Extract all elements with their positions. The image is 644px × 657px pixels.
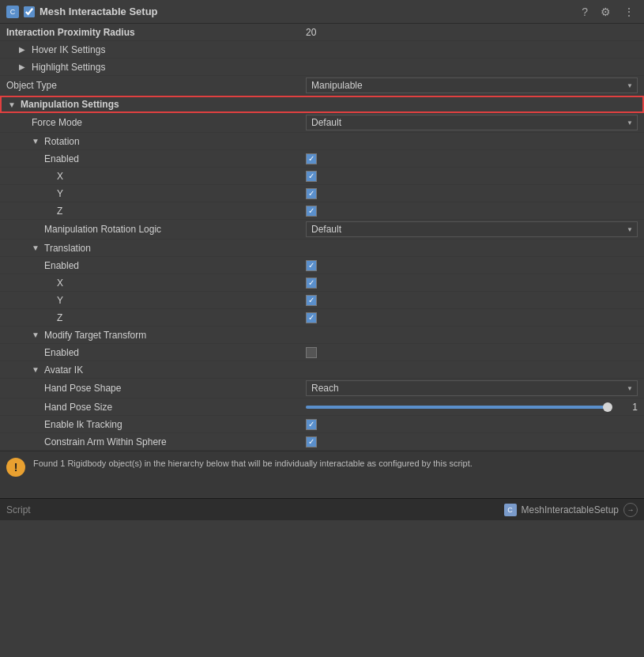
enable-ik-tracking-checkbox[interactable]: ✓ [306, 419, 317, 430]
component-icon: C [6, 6, 19, 18]
rotation-arrow: ▼ [32, 137, 41, 145]
proximity-radius-row: Interaction Proximity Radius 20 [0, 24, 644, 41]
manipulation-settings-row[interactable]: ▼ Manipulation Settings [0, 96, 644, 113]
hand-pose-size-slider-thumb[interactable] [603, 402, 612, 412]
modify-target-enabled-label: Enabled [44, 347, 79, 358]
translation-z-checkbox[interactable]: ✓ [306, 312, 317, 323]
hand-pose-shape-select[interactable]: Reach Grip None [306, 380, 638, 396]
translation-x-label: X [57, 278, 63, 289]
hand-pose-size-slider-container: 1 [306, 402, 638, 413]
highlight-label: Highlight Settings [32, 62, 105, 73]
hand-pose-shape-dropdown-container: Reach Grip None [306, 380, 638, 396]
script-reference: C MeshInteractableSetup → [504, 503, 638, 517]
highlight-arrow: ▶ [19, 62, 28, 71]
constrain-arm-label: Constrain Arm Within Sphere [44, 436, 167, 447]
component-enabled-checkbox[interactable] [24, 6, 35, 17]
hand-pose-size-slider-fill [306, 406, 608, 409]
hand-pose-shape-label: Hand Pose Shape [44, 383, 121, 394]
force-mode-row: Force Mode Default Custom [0, 113, 644, 133]
hover-ik-arrow: ▶ [19, 45, 28, 54]
modify-target-enabled-row: Enabled [0, 344, 644, 361]
translation-x-row: X ✓ [0, 274, 644, 292]
inspector-content: Interaction Proximity Radius 20 ▶ Hover … [0, 24, 644, 451]
component-title: Mesh Interactable Setup [40, 6, 574, 17]
translation-z-row: Z ✓ [0, 309, 644, 327]
translation-z-label: Z [57, 312, 62, 323]
rotation-enabled-label: Enabled [44, 153, 79, 164]
warning-footer: ! Found 1 Rigidbody object(s) in the hie… [0, 451, 644, 498]
hand-pose-size-slider-track [306, 406, 608, 409]
translation-y-label: Y [57, 295, 63, 306]
hover-ik-label: Hover IK Settings [32, 44, 105, 55]
force-mode-dropdown-container: Default Custom [306, 115, 638, 130]
manip-rotation-logic-dropdown-container: Default Custom [306, 221, 638, 237]
translation-x-checkbox[interactable]: ✓ [306, 278, 317, 289]
translation-enabled-row: Enabled ✓ [0, 257, 644, 274]
header-actions: ? ⚙ ⋮ [578, 4, 638, 20]
manip-rotation-logic-row: Manipulation Rotation Logic Default Cust… [0, 220, 644, 240]
avatar-ik-row[interactable]: ▼ Avatar IK [0, 361, 644, 379]
menu-button[interactable]: ⋮ [620, 4, 638, 20]
avatar-ik-arrow: ▼ [32, 365, 41, 374]
object-type-row: Object Type Manipulable Interactable Non… [0, 76, 644, 96]
translation-row[interactable]: ▼ Translation [0, 240, 644, 257]
modify-target-row[interactable]: ▼ Modify Target Transform [0, 327, 644, 344]
force-mode-label: Force Mode [32, 117, 82, 128]
rotation-row[interactable]: ▼ Rotation [0, 133, 644, 150]
highlight-settings-row[interactable]: ▶ Highlight Settings [0, 59, 644, 76]
rotation-x-checkbox[interactable]: ✓ [306, 171, 317, 182]
rotation-x-row: X ✓ [0, 168, 644, 185]
object-type-label: Object Type [6, 80, 57, 91]
translation-y-row: Y ✓ [0, 292, 644, 309]
component-header: C Mesh Interactable Setup ? ⚙ ⋮ [0, 0, 644, 24]
manip-rotation-logic-select[interactable]: Default Custom [306, 221, 638, 237]
object-type-select[interactable]: Manipulable Interactable None [306, 77, 638, 93]
force-mode-select[interactable]: Default Custom [306, 115, 638, 130]
rotation-y-label: Y [57, 188, 63, 199]
enable-ik-tracking-label: Enable Ik Tracking [44, 419, 122, 430]
proximity-label: Interaction Proximity Radius [6, 27, 135, 38]
constrain-arm-checkbox[interactable]: ✓ [306, 436, 317, 447]
modify-target-arrow: ▼ [32, 330, 41, 339]
rotation-label: Rotation [44, 136, 80, 147]
rotation-enabled-row: Enabled ✓ [0, 150, 644, 168]
rotation-y-row: Y ✓ [0, 185, 644, 202]
hand-pose-size-row: Hand Pose Size 1 [0, 398, 644, 416]
object-type-dropdown-container: Manipulable Interactable None [306, 77, 638, 93]
translation-enabled-label: Enabled [44, 260, 79, 271]
hand-pose-size-label: Hand Pose Size [44, 402, 112, 413]
hover-ik-row[interactable]: ▶ Hover IK Settings [0, 41, 644, 59]
rotation-enabled-checkbox[interactable]: ✓ [306, 153, 317, 164]
hand-pose-shape-row: Hand Pose Shape Reach Grip None [0, 379, 644, 398]
avatar-ik-label: Avatar IK [44, 364, 83, 376]
warning-icon: ! [6, 458, 25, 477]
proximity-value: 20 [306, 27, 316, 38]
translation-arrow: ▼ [32, 244, 41, 252]
rotation-z-row: Z ✓ [0, 202, 644, 220]
translation-enabled-checkbox[interactable]: ✓ [306, 260, 317, 271]
help-button[interactable]: ? [578, 4, 591, 20]
script-label: Script [6, 504, 31, 515]
translation-y-checkbox[interactable]: ✓ [306, 295, 317, 306]
modify-target-label: Modify Target Transform [44, 330, 146, 341]
hand-pose-size-value: 1 [614, 402, 638, 413]
rotation-x-label: X [57, 171, 63, 182]
script-nav-button[interactable]: → [623, 503, 638, 517]
script-file-icon: C [504, 504, 517, 516]
script-name: MeshInteractableSetup [522, 504, 619, 515]
rotation-z-label: Z [57, 206, 62, 217]
rotation-y-checkbox[interactable]: ✓ [306, 188, 317, 199]
warning-text: Found 1 Rigidbody object(s) in the hiera… [33, 458, 473, 470]
modify-target-enabled-checkbox[interactable] [306, 347, 317, 358]
manipulation-settings-label: Manipulation Settings [21, 99, 119, 110]
enable-ik-tracking-row: Enable Ik Tracking ✓ [0, 416, 644, 433]
bottom-bar: Script C MeshInteractableSetup → [0, 498, 644, 520]
constrain-arm-row: Constrain Arm Within Sphere ✓ [0, 433, 644, 451]
settings-button[interactable]: ⚙ [597, 4, 614, 20]
rotation-z-checkbox[interactable]: ✓ [306, 206, 317, 217]
translation-label: Translation [44, 243, 91, 254]
manipulation-settings-arrow: ▼ [8, 100, 17, 109]
manip-rotation-logic-label: Manipulation Rotation Logic [44, 224, 161, 235]
